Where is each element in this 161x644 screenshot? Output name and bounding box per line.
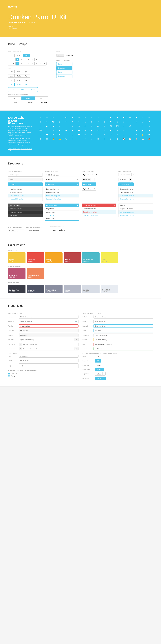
vert-btn-3[interactable]: Button <box>56 70 72 74</box>
checkbox-checked[interactable]: ✓ <box>8 372 10 374</box>
social-middle-2[interactable]: Middle <box>14 74 23 78</box>
dd-open-item-1-3[interactable]: Separated link ever here <box>8 198 42 201</box>
interaction-focused[interactable] <box>94 324 153 328</box>
seg-i-btn[interactable]: Action <box>95 372 102 376</box>
dd-single[interactable]: Single dropdown <box>8 173 43 176</box>
dd-pressed-open-item-2[interactable]: Some third thing here <box>118 210 153 214</box>
split-arrow-1[interactable] <box>95 173 98 176</box>
vert-btn-1[interactable]: Button <box>56 62 72 66</box>
dd-open-item-2-3[interactable]: Separated link ever here <box>45 198 79 201</box>
num-btn-s6[interactable]: 6 <box>27 62 31 66</box>
input-default-size[interactable] <box>19 359 78 362</box>
just-middle-1[interactable]: Middle <box>22 96 35 100</box>
just-left-2[interactable]: Left <box>8 101 23 104</box>
nesting-dropdown[interactable]: Dropdown <box>65 54 76 57</box>
outline-right[interactable]: Right <box>23 83 30 86</box>
dd-open-item-2-2[interactable]: Some third thing here <box>45 194 79 198</box>
num-btn-s8[interactable]: 8 <box>34 62 38 66</box>
num-btn-2[interactable]: 2 <box>12 58 16 61</box>
num-btn-s5[interactable]: 5 <box>23 62 27 66</box>
split-pressed-btn-l[interactable]: Pressed left <box>82 182 93 186</box>
dd-small[interactable]: Small dropdown <box>8 230 24 232</box>
large-left[interactable]: Left <box>8 87 17 92</box>
dd-danger-item-1[interactable]: Dropdown Item one <box>82 207 116 210</box>
social-left-2[interactable]: Left <box>8 74 14 78</box>
interaction-typing[interactable] <box>94 329 153 332</box>
input-appended-field[interactable] <box>19 338 74 341</box>
dd-pressed[interactable]: Pressed <box>8 182 43 186</box>
num-btn-s7[interactable]: 7 <box>31 62 34 66</box>
seg-i-arrow[interactable] <box>102 372 106 376</box>
outline-left[interactable]: Left <box>8 83 14 86</box>
dd-open-item-1-2[interactable]: Some third thing here <box>8 194 42 198</box>
dd-dark-item-1[interactable]: Dropdown Item one <box>8 207 42 210</box>
social-left-1[interactable]: Left <box>8 70 14 73</box>
btn-left[interactable]: Left <box>8 54 14 57</box>
dd-pressed-open-item-3[interactable]: Separated link ever here <box>118 214 153 217</box>
interaction-error[interactable] <box>94 343 153 346</box>
dd-open-item-1-1[interactable]: Dropdown Item one <box>8 191 42 194</box>
large-middle[interactable]: Middle <box>17 87 28 92</box>
seg-ii-btn[interactable]: Action <box>95 376 102 380</box>
dd-dark-header[interactable]: Dark dropdown ▾ <box>8 204 42 207</box>
dd-i-btn[interactable]: Action <box>95 364 104 367</box>
just-left-1[interactable]: Left <box>8 96 22 100</box>
dd-large[interactable]: Large dropdown <box>50 228 77 232</box>
dd-open-header-3[interactable]: Dropdown Item one ▾ <box>118 187 153 191</box>
dd-open-item-3-3[interactable]: Separated link ever here <box>118 198 153 201</box>
split-pressed-btn-r[interactable]: Pressed right <box>118 182 130 186</box>
vert-btn-4[interactable]: Dropdown <box>56 74 72 78</box>
social-right-1[interactable]: Right <box>22 70 30 73</box>
interaction-default[interactable] <box>94 315 153 318</box>
dd-primary-open-item-1[interactable]: Login Items <box>45 207 79 210</box>
btn-right[interactable]: Right <box>23 54 30 57</box>
dd-ii-btn[interactable]: Action <box>95 368 104 371</box>
split-animus-btn[interactable]: Split Animus <box>82 187 93 190</box>
dd-dark-item-2[interactable]: Dropdown Item one <box>8 210 42 214</box>
interaction-warning[interactable] <box>94 338 153 341</box>
split-animus-arrow[interactable] <box>93 187 96 190</box>
input-with-icon-field[interactable] <box>19 320 78 323</box>
just-middle-2[interactable]: Middle <box>23 101 38 104</box>
dd-open-item-3-2[interactable]: Some third thing here <box>118 194 153 198</box>
split-hover-btn-l[interactable]: Hover left <box>82 178 91 181</box>
split-hover-arrow-l[interactable] <box>91 178 94 181</box>
input-prepended-field[interactable] <box>22 343 78 346</box>
btn-ii-btn[interactable]: Edit <box>95 359 102 362</box>
input-both-field[interactable] <box>22 347 74 350</box>
split-hover-arrow-r[interactable] <box>129 178 132 181</box>
nest-1[interactable]: 1 <box>56 54 60 56</box>
input-small[interactable] <box>19 355 78 358</box>
dd-danger-item-2[interactable]: Some third thing here <box>82 210 116 214</box>
just-dropdown[interactable]: Dropdown <box>38 101 48 104</box>
split-arrow-2[interactable] <box>132 173 135 176</box>
vert-btn-2[interactable]: Dropdown <box>56 66 72 70</box>
num-btn-4[interactable]: 4 <box>19 58 23 61</box>
dd-primary-open-item-3[interactable]: Third item here <box>45 214 79 217</box>
just-right-1[interactable]: Right <box>35 96 48 100</box>
btn-middle[interactable]: Middle <box>14 54 23 57</box>
dd-open-item-2-1[interactable]: Dropdown Item one <box>45 191 79 194</box>
input-large[interactable] <box>19 364 78 368</box>
num-btn-8[interactable]: 8 <box>34 58 38 61</box>
num-btn-5[interactable]: 5 <box>23 58 27 61</box>
btn-i-btn[interactable]: Edit <box>95 355 102 358</box>
num-btn-1[interactable]: 1 <box>8 58 12 61</box>
dd-primary-open-item-4[interactable]: Second item <box>45 217 79 220</box>
social-right-3[interactable]: Right <box>23 78 30 82</box>
num-btn-s4[interactable]: 4 <box>19 62 23 66</box>
dd-default[interactable]: Default dropdown <box>26 229 48 232</box>
split-hover-btn-r[interactable]: Hover right <box>118 178 129 181</box>
icon-link[interactable]: Please see all of our pro packs for more… <box>8 148 35 151</box>
num-btn-s10[interactable]: 10 <box>42 62 46 66</box>
dd-open-header-2[interactable]: Dropdown Item one ▾ <box>45 187 79 191</box>
dd-hover[interactable]: Hover <box>8 178 43 181</box>
dd-open-header-1[interactable]: Dropdown Item one ▾ <box>8 187 42 191</box>
dd-open-item-3-1[interactable]: Dropdown Item one <box>118 191 153 194</box>
num-btn-3[interactable]: 3 <box>16 58 19 61</box>
social-middle-3[interactable]: Middle <box>14 78 23 82</box>
input-hint[interactable] <box>19 315 78 318</box>
dd-danger-item-3[interactable]: Separated link ever here <box>82 214 116 217</box>
nest-2[interactable]: 2 <box>60 54 64 56</box>
social-left-3[interactable]: Left <box>8 78 14 82</box>
